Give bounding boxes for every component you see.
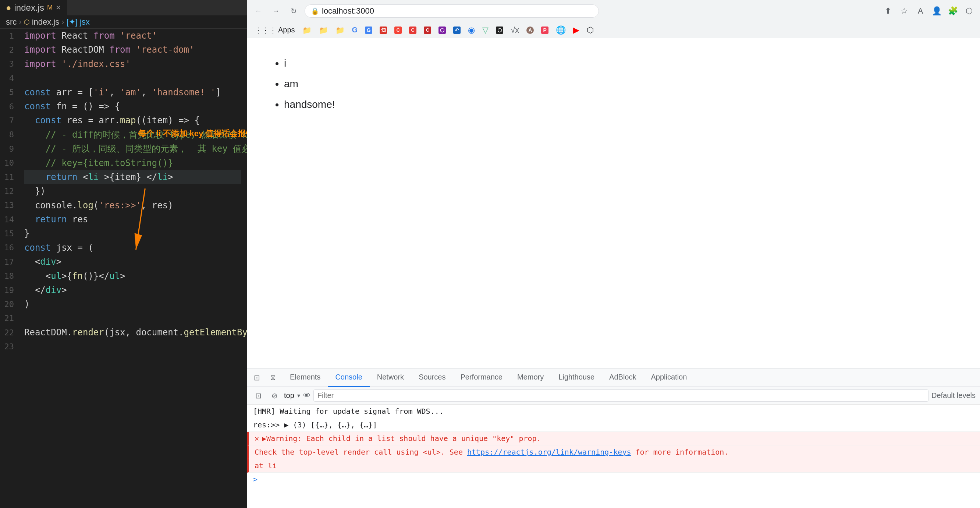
eye-icon[interactable]: 👁 [303, 391, 310, 400]
breadcrumb-src: src [6, 17, 17, 27]
error-link[interactable]: https://reactjs.org/link/warning-keys [467, 447, 631, 457]
default-levels-label: Default levels [931, 391, 975, 400]
bookmark-google[interactable]: G [349, 24, 361, 36]
tab-memory[interactable]: Memory [510, 369, 551, 387]
tab-sources[interactable]: Sources [411, 369, 453, 387]
code-line: import ReactDOM from 'react-dom' [24, 43, 241, 57]
world-icon: 🌐 [556, 26, 566, 35]
console-text: res:>> ▶ (3) [{…}, {…}, {…}] [253, 420, 377, 429]
tab-network[interactable]: Network [370, 369, 411, 387]
forward-button[interactable]: → [269, 5, 283, 18]
bookmark-folder-1[interactable]: 📁 [299, 24, 315, 36]
line-numbers: 12345 678910 1112131415 1617181920 21222… [0, 29, 18, 508]
breadcrumb-file-icon: ⬡ [24, 18, 30, 26]
ext7-icon: ⬡ [496, 27, 503, 34]
bookmark-vue[interactable]: ▽ [479, 24, 492, 37]
console-content: [HMR] Waiting for update signal from WDS… [247, 404, 980, 508]
console-text: [HMR] Waiting for update signal from WDS… [253, 407, 444, 415]
filter-input[interactable] [313, 390, 929, 402]
ext3-icon: C [409, 27, 417, 34]
breadcrumb-jsx: [✦] jsx [67, 17, 90, 27]
inspect-icon[interactable]: ⊡ [250, 371, 263, 384]
tab-close-icon[interactable]: ✕ [56, 4, 61, 12]
tab-lighthouse[interactable]: Lighthouse [551, 369, 602, 387]
error-icon: ✕ [255, 434, 259, 443]
back-button[interactable]: ← [251, 5, 265, 18]
tab-console[interactable]: Console [328, 369, 369, 387]
translate-bm-icon: G [365, 27, 372, 34]
tab-application[interactable]: Application [643, 369, 694, 387]
console-line-check: Check the top-level render call using <u… [247, 446, 980, 459]
code-line: import React from 'react' [24, 29, 241, 43]
github-bm-icon: ⬡ [587, 26, 594, 35]
bookmark-folder-2[interactable]: 📁 [316, 24, 331, 36]
bookmark-pocket[interactable]: P [538, 25, 551, 35]
code-line: return res [24, 212, 241, 226]
editor-wrapper: 12345 678910 1112131415 1617181920 21222… [0, 29, 247, 508]
youtube-icon: ▶ [573, 26, 579, 35]
bookmark-ext1[interactable]: 知 [377, 25, 390, 35]
code-line: </div> [24, 283, 241, 297]
bookmark-ext2-red[interactable]: C [391, 25, 405, 35]
console-at-text: at li [255, 461, 277, 470]
bookmark-avatar[interactable]: A [523, 25, 537, 35]
console-context-icon[interactable]: ⊡ [251, 389, 265, 403]
bookmark-world[interactable]: 🌐 [553, 24, 569, 37]
code-editor[interactable]: 12345 678910 1112131415 1617181920 21222… [0, 29, 247, 508]
bookmark-star-icon[interactable]: ☆ [897, 5, 911, 18]
address-bar[interactable]: 🔒 localhost:3000 [305, 5, 599, 18]
code-line: const arr = ['i', 'am', 'handsome! '] [24, 85, 241, 99]
share-icon[interactable]: ⬆ [881, 5, 895, 18]
tab-bar: ● index.js M ✕ [0, 0, 247, 16]
bookmark-vpn[interactable]: ◉ [465, 24, 478, 37]
vpn-icon: ◉ [468, 26, 475, 35]
code-line: // - 所以，同级、同类型的元素， 其 key 值必须唯一 [24, 142, 241, 156]
bookmark-translate[interactable]: G [362, 25, 375, 35]
apps-bookmark[interactable]: ⋮⋮⋮ Apps [251, 24, 298, 36]
github-icon[interactable]: ⬡ [963, 5, 975, 18]
editor-tab-index-js[interactable]: ● index.js M ✕ [0, 0, 67, 16]
lock-icon: 🔒 [311, 7, 319, 15]
console-line-prompt: > [247, 473, 980, 486]
bookmark-math[interactable]: √x [508, 24, 522, 37]
tab-elements[interactable]: Elements [283, 369, 328, 387]
list-item-i: i [284, 53, 958, 73]
extension-icon[interactable]: 🧩 [946, 5, 959, 18]
console-line-warning: ✕ ▶Warning: Each child in a list should … [247, 432, 980, 446]
console-error-text: ▶Warning: Each child in a list should ha… [262, 434, 541, 443]
translate-icon[interactable]: A [914, 5, 927, 18]
bookmark-folder-3[interactable]: 📁 [332, 24, 348, 36]
apps-label: Apps [278, 26, 295, 34]
device-icon[interactable]: ⧖ [266, 371, 280, 384]
bookmark-ext5[interactable]: ⬡ [436, 25, 449, 35]
bookmark-youtube[interactable]: ▶ [570, 24, 582, 37]
tab-adblock[interactable]: AdBlock [602, 369, 643, 387]
clear-console-icon[interactable]: ⊘ [268, 389, 281, 403]
bookmark-ext7[interactable]: ⬡ [493, 25, 506, 35]
profile-icon[interactable]: 👤 [930, 5, 943, 18]
breadcrumb-sep2: › [61, 17, 64, 27]
reload-button[interactable]: ↻ [287, 5, 300, 18]
ext5-icon: ⬡ [439, 27, 446, 34]
google-icon: G [352, 26, 358, 34]
list-item-handsome: handsome! [284, 94, 958, 115]
page-list: i am handsome! [284, 53, 958, 115]
tab-performance[interactable]: Performance [453, 369, 510, 387]
bookmark-ext6[interactable]: ↶ [450, 25, 463, 35]
code-line: // - diff的时候，首先比较 type, 然后比较 key 的值 [24, 128, 241, 142]
math-icon: √x [511, 26, 519, 35]
tab-modified: M [47, 4, 52, 11]
tab-file-icon: ● [6, 3, 11, 13]
dropdown-icon[interactable]: ▾ [297, 392, 300, 399]
code-line: <ul>{fn()}</ul> [24, 269, 241, 283]
vue-icon: ▽ [482, 26, 488, 35]
console-line-hmr: [HMR] Waiting for update signal from WDS… [247, 404, 980, 418]
devtools-left-icons: ⊡ ⧖ [250, 371, 280, 384]
bookmark-github[interactable]: ⬡ [584, 24, 597, 37]
avatar-icon: A [527, 27, 534, 34]
code-line: ReactDOM.render(jsx, document.getElement… [24, 326, 241, 339]
bookmark-ext3[interactable]: C [406, 25, 419, 35]
code-line: const jsx = ( [24, 241, 241, 255]
console-prompt: > [253, 475, 258, 484]
bookmark-ext4[interactable]: C [421, 25, 434, 35]
